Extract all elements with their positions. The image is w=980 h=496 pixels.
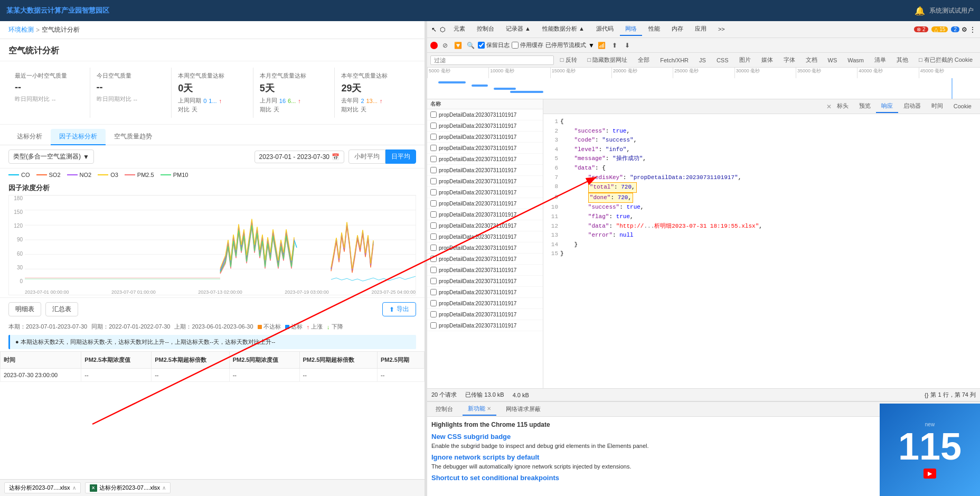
type-select[interactable]: 类型(多合一空气监测器) ▼ (8, 149, 94, 164)
resp-tab-timing[interactable]: 时间 (926, 100, 948, 113)
network-item[interactable]: propDetailData:20230731101917 (427, 231, 543, 242)
search-btn[interactable]: 🔍 (465, 40, 476, 51)
network-item[interactable]: propDetailData:20230731101917 (427, 320, 543, 331)
tab-more[interactable]: >> (713, 24, 730, 35)
network-item[interactable]: propDetailData:20230731101917 (427, 309, 543, 320)
network-item-checkbox[interactable] (430, 189, 437, 195)
network-item[interactable]: propDetailData:20230731101917 (427, 187, 543, 198)
filter-manifest[interactable]: 清单 (870, 54, 890, 65)
network-item-checkbox[interactable] (430, 289, 437, 295)
network-item-checkbox[interactable] (430, 111, 437, 118)
filter-js[interactable]: JS (695, 55, 710, 65)
tab-network[interactable]: 网络 (620, 23, 642, 36)
import-btn[interactable]: ⬆ (609, 40, 620, 51)
network-item-checkbox[interactable] (430, 311, 437, 317)
filter-xhr[interactable]: Fetch/XHR (656, 55, 693, 65)
btn-export[interactable]: ⬆ 导出 (382, 302, 416, 316)
filter-img[interactable]: 图片 (735, 54, 755, 65)
network-item-checkbox[interactable] (430, 267, 437, 273)
table-container[interactable]: 时间 PM2.5本期浓度值 PM2.5本期超标倍数 PM2.5同期浓度值 PM2… (0, 351, 425, 479)
network-item[interactable]: propDetailData:20230731101917 (427, 254, 543, 265)
btn-detail-table[interactable]: 明细表 (8, 302, 41, 316)
tab-trend[interactable]: 空气质量趋势 (106, 129, 161, 145)
filter-other[interactable]: 其他 (892, 54, 912, 65)
filter-css[interactable]: CSS (712, 55, 733, 65)
filter-hide-url[interactable]: □ 隐藏数据网址 (583, 54, 632, 65)
preserve-log-label[interactable]: 保留日志 (478, 41, 510, 49)
console-tab-block[interactable]: 网络请求屏蔽 (501, 403, 546, 415)
clear-btn[interactable]: ⊘ (440, 40, 450, 51)
console-new-close[interactable]: ✕ (487, 406, 491, 411)
tab-recorder[interactable]: 记录器 ▲ (501, 23, 536, 36)
download-item-2[interactable]: X 达标分析2023-07....xlsx ∧ (85, 482, 171, 493)
tab-performance-data[interactable]: 性能数据分析 ▲ (537, 23, 590, 36)
disable-cache-label[interactable]: 停用缓存 (512, 41, 543, 49)
download-item-1[interactable]: 达标分析2023-07....xlsx ∧ (4, 482, 81, 493)
filter-media[interactable]: 媒体 (757, 54, 777, 65)
filter-invert[interactable]: □ 反转 (556, 54, 581, 65)
network-item[interactable]: propDetailData:20230731101917 (427, 220, 543, 231)
date-range-input[interactable]: 2023-07-01 - 2023-07-30 📅 (255, 151, 344, 163)
device-icon[interactable]: ⬡ (440, 26, 445, 33)
network-requests-list[interactable]: 名称 propDetailData:20230731101917propDeta… (427, 99, 543, 388)
network-item[interactable]: propDetailData:20230731101917 (427, 242, 543, 254)
preserve-log-checkbox[interactable] (478, 42, 485, 49)
network-item-checkbox[interactable] (430, 200, 437, 207)
filter-font[interactable]: 字体 (779, 54, 799, 65)
resp-tab-headers[interactable]: 标头 (832, 100, 854, 113)
network-item[interactable]: propDetailData:20230731101917 (427, 132, 543, 143)
network-item[interactable]: propDetailData:20230731101917 (427, 165, 543, 176)
filter-btn[interactable]: 🔽 (453, 40, 463, 51)
network-item-checkbox[interactable] (430, 145, 437, 151)
resp-tab-initiator[interactable]: 启动器 (898, 100, 926, 113)
cursor-icon[interactable]: ↖ (431, 26, 437, 33)
more-icon[interactable]: ⋮ (969, 26, 976, 33)
tab-application[interactable]: 应用 (690, 23, 712, 36)
tab-console[interactable]: 控制台 (472, 23, 500, 36)
console-tab-new[interactable]: 新功能 ✕ (463, 403, 496, 416)
network-item-checkbox[interactable] (430, 123, 437, 129)
network-item[interactable]: propDetailData:20230731101917 (427, 143, 543, 154)
network-item-checkbox[interactable] (430, 245, 437, 251)
tab-standard[interactable]: 达标分析 (8, 129, 51, 145)
network-item-checkbox[interactable] (430, 178, 437, 184)
response-panel-close[interactable]: ✕ (826, 103, 832, 110)
resp-tab-preview[interactable]: 预览 (854, 100, 876, 113)
network-item[interactable]: propDetailData:20230731101917 (427, 154, 543, 165)
filter-wasm[interactable]: Wasm (843, 55, 868, 65)
resp-tab-cookies[interactable]: Cookie (948, 101, 977, 113)
network-item-checkbox[interactable] (430, 167, 437, 173)
network-item[interactable]: propDetailData:20230731101917 (427, 265, 543, 276)
network-item-checkbox[interactable] (430, 300, 437, 306)
tab-sources[interactable]: 源代码 (591, 23, 619, 36)
network-item-checkbox[interactable] (430, 134, 437, 140)
filter-input[interactable] (430, 55, 554, 65)
network-item[interactable]: propDetailData:20230731101917 (427, 176, 543, 187)
filter-ws[interactable]: WS (824, 55, 842, 65)
filter-all[interactable]: 全部 (634, 54, 654, 65)
filter-doc[interactable]: 文档 (802, 54, 822, 65)
network-item[interactable]: propDetailData:20230731101917 (427, 287, 543, 298)
network-item[interactable]: propDetailData:20230731101917 (427, 109, 543, 120)
network-item[interactable]: propDetailData:20230731101917 (427, 276, 543, 287)
network-item-checkbox[interactable] (430, 222, 437, 229)
gear-icon[interactable]: ⚙ (962, 26, 967, 33)
disable-cache-checkbox[interactable] (512, 42, 519, 49)
record-btn[interactable] (430, 42, 438, 49)
tab-memory[interactable]: 内存 (666, 23, 689, 36)
btn-summary-table[interactable]: 汇总表 (45, 302, 78, 316)
network-item[interactable]: propDetailData:20230731101917 (427, 298, 543, 309)
network-item[interactable]: propDetailData:20230731101917 (427, 198, 543, 209)
network-item-checkbox[interactable] (430, 233, 437, 240)
filter-cookie[interactable]: □ 有已拦截的 Cookie (915, 54, 977, 65)
btn-hourly[interactable]: 小时平均 (348, 149, 385, 164)
tab-elements[interactable]: 元素 (448, 23, 470, 36)
console-tab-main[interactable]: 控制台 (430, 403, 458, 415)
tab-factor[interactable]: 因子达标分析 (51, 129, 106, 145)
network-item[interactable]: propDetailData:20230731101917 (427, 209, 543, 220)
network-item-checkbox[interactable] (430, 256, 437, 262)
youtube-button[interactable]: ▶ (924, 469, 936, 479)
wifi-icon[interactable]: 📶 (597, 40, 607, 51)
tab-performance[interactable]: 性能 (643, 23, 665, 36)
network-item-checkbox[interactable] (430, 211, 437, 218)
